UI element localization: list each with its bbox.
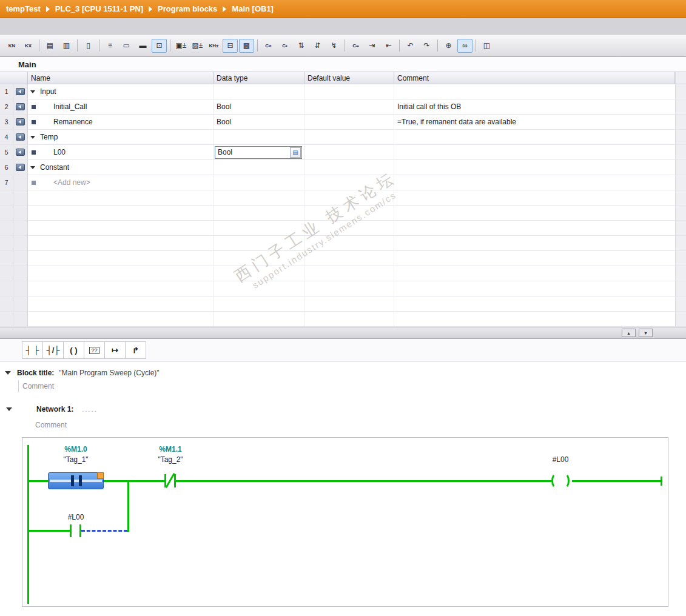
previous-position-icon[interactable]: ↶ [403, 39, 418, 53]
favorite-nc-contact-icon[interactable]: ┤/├ [42, 341, 64, 359]
type-cell[interactable] [214, 160, 304, 175]
contact1-tag[interactable]: "Tag_1" [39, 455, 112, 464]
branch-contact-tag[interactable]: #L00 [39, 513, 112, 521]
favorites-display-icon[interactable]: ▩ [239, 39, 254, 53]
favorite-coil-icon[interactable]: ( ) [63, 341, 84, 359]
data-type-editor[interactable]: Bool ▤ [215, 146, 302, 159]
outdent-icon[interactable]: ⇤ [381, 39, 396, 53]
block-title-value[interactable]: "Main Program Sweep (Cycle)" [59, 369, 159, 377]
open-all-networks-icon[interactable]: ▭ [119, 39, 134, 53]
symbolic-operands-icon[interactable]: KX [21, 39, 36, 53]
name-cell[interactable]: Input [28, 84, 214, 99]
collapse-triangle-icon[interactable] [30, 166, 35, 169]
scrollbar-track[interactable] [675, 72, 686, 84]
absolute-operands-icon[interactable]: KN [4, 39, 19, 53]
enable-enos-icon[interactable]: C• [277, 39, 292, 53]
collapse-triangle-icon[interactable] [6, 407, 12, 411]
network-1-header[interactable]: Network 1: ..... [0, 402, 686, 417]
contact2-tag[interactable]: "Tag_2" [134, 455, 207, 464]
scrollbar-track[interactable] [675, 115, 686, 129]
default-cell[interactable] [304, 84, 394, 99]
header-data-type[interactable]: Data type [214, 72, 304, 84]
name-cell[interactable]: L00 [28, 145, 214, 159]
type-cell[interactable] [214, 84, 304, 99]
synchronize-icon[interactable]: ⇵ [310, 39, 325, 53]
indent-icon[interactable]: ⇥ [365, 39, 380, 53]
insert-element-icon[interactable]: ▨± [190, 39, 205, 53]
comment-cell[interactable] [394, 130, 675, 144]
comment-cell[interactable] [394, 84, 675, 99]
network-comment-placeholder[interactable]: Comment [35, 419, 169, 431]
scrollbar-track[interactable] [675, 84, 686, 99]
data-block-icon[interactable]: ◫ [479, 39, 494, 53]
default-cell[interactable] [304, 130, 394, 144]
coil-tag[interactable]: #L00 [524, 455, 597, 464]
scrollbar-track[interactable] [675, 175, 686, 190]
scrollbar-track[interactable] [675, 99, 686, 114]
collapse-up-icon[interactable]: ▲ [622, 329, 636, 337]
compile-icon[interactable]: ↯ [326, 39, 341, 53]
default-cell[interactable] [304, 145, 394, 159]
data-type-dropdown-icon[interactable]: ▤ [290, 147, 301, 158]
insert-row-icon[interactable]: ▤ [42, 39, 58, 53]
contact1-address[interactable]: %M1.0 [39, 445, 112, 454]
go-to-definition-icon[interactable]: C= [348, 39, 363, 53]
type-cell[interactable]: Bool ▤ [214, 145, 304, 159]
close-all-networks-icon[interactable]: ▬ [135, 39, 150, 53]
drag-handle[interactable] [97, 472, 104, 479]
monitoring-icon[interactable]: ∞ [457, 39, 472, 53]
name-cell[interactable]: Temp [28, 130, 214, 144]
header-comment[interactable]: Comment [394, 72, 675, 84]
collapse-triangle-icon[interactable] [30, 90, 35, 93]
favorite-close-branch-icon[interactable]: ↱ [125, 341, 146, 359]
type-cell[interactable] [214, 175, 304, 190]
nc-contact[interactable] [174, 474, 176, 487]
breadcrumb-plc[interactable]: PLC_3 [CPU 1511-1 PN] [55, 4, 143, 13]
disable-enos-icon[interactable]: C× [261, 39, 276, 53]
comment-cell[interactable] [394, 175, 675, 190]
reset-start-values-icon[interactable]: ▯ [81, 39, 96, 53]
collapse-triangle-icon[interactable] [30, 136, 35, 139]
type-cell[interactable] [214, 130, 304, 144]
default-cell[interactable] [304, 99, 394, 114]
settings-icon[interactable]: ⊕ [441, 39, 456, 53]
scrollbar-track[interactable] [675, 130, 686, 144]
type-cell[interactable]: Bool [214, 99, 304, 114]
scrollbar-track[interactable] [675, 145, 686, 159]
coil[interactable] [560, 473, 570, 489]
insert-network-icon[interactable]: ▣± [173, 39, 189, 53]
name-cell[interactable]: Constant [28, 160, 214, 175]
default-cell[interactable] [304, 160, 394, 175]
comment-cell[interactable]: Initial call of this OB [394, 99, 675, 114]
comment-cell[interactable]: =True, if remanent data are available [394, 115, 675, 129]
collapse-down-icon[interactable]: ▼ [639, 329, 653, 337]
add-row-icon[interactable]: ▥ [59, 39, 74, 53]
no-contact-selected[interactable] [48, 472, 104, 489]
default-cell[interactable] [304, 175, 394, 190]
next-position-icon[interactable]: ↷ [419, 39, 434, 53]
breadcrumb-main-ob1[interactable]: Main [OB1] [232, 4, 274, 13]
favorite-empty-box-icon[interactable]: ?? [84, 341, 105, 359]
network-comments-toggle-icon[interactable]: ⊡ [152, 39, 167, 53]
insert-operand-icon[interactable]: KH± [206, 39, 221, 53]
name-cell[interactable]: Remanence [28, 115, 214, 129]
pane-splitter[interactable]: ▲ ▼ [0, 327, 686, 339]
update-block-calls-icon[interactable]: ⇅ [294, 39, 309, 53]
collapse-triangle-icon[interactable] [5, 371, 11, 375]
favorite-open-branch-icon[interactable]: ↦ [104, 341, 126, 359]
empty-box-icon[interactable]: ⊟ [223, 39, 238, 53]
comment-cell[interactable] [394, 160, 675, 175]
expand-all-networks-icon[interactable]: ≡ [103, 39, 118, 53]
contact2-address[interactable]: %M1.1 [134, 445, 207, 454]
favorite-no-contact-icon[interactable]: ┤ ├ [22, 341, 43, 359]
name-cell[interactable]: Initial_Call [28, 99, 214, 114]
breadcrumb-program-blocks[interactable]: Program blocks [158, 4, 217, 13]
breadcrumb-project[interactable]: tempTest [6, 4, 41, 13]
scrollbar-track[interactable] [675, 160, 686, 175]
branch-contact[interactable] [70, 524, 72, 537]
default-cell[interactable] [304, 115, 394, 129]
header-default-value[interactable]: Default value [304, 72, 394, 84]
header-name[interactable]: Name [28, 72, 214, 84]
type-cell[interactable]: Bool [214, 115, 304, 129]
block-comment-placeholder[interactable]: Comment [18, 380, 152, 392]
